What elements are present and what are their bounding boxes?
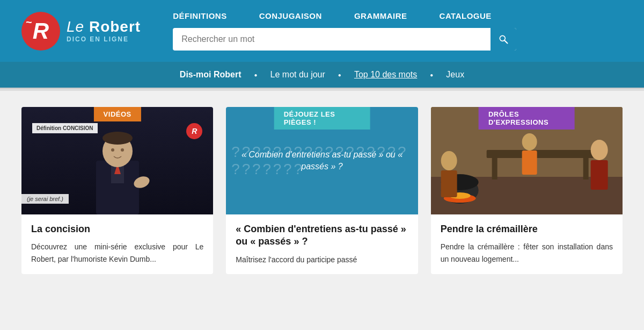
svg-point-7 bbox=[111, 148, 114, 152]
card-videos-title: La concision bbox=[31, 223, 203, 235]
subnav-dis-moi-robert[interactable]: Dis-moi Robert bbox=[169, 70, 252, 80]
subnav-dot-3: ● bbox=[430, 72, 433, 78]
logo-r-letter: R bbox=[33, 20, 49, 42]
svg-rect-25 bbox=[590, 160, 608, 190]
nav-links: DÉFINITIONS CONJUGAISON GRAMMAIRE CATALO… bbox=[173, 11, 623, 51]
svg-point-22 bbox=[522, 133, 537, 150]
nav-conjugaison[interactable]: CONJUGAISON bbox=[259, 11, 322, 20]
svg-rect-15 bbox=[583, 158, 588, 180]
logo-subtitle: DICO EN LIGNE bbox=[67, 35, 141, 43]
card-videos-badge: VIDÉOS bbox=[94, 107, 141, 121]
card-pieges[interactable]: DÉJOUEZ LES PIÈGES ! ? ? ? ? ? ? ? ? ? ?… bbox=[226, 107, 418, 274]
svg-rect-13 bbox=[486, 150, 594, 158]
video-subtitle: (je serai bref.) bbox=[21, 194, 69, 204]
logo-circle: R bbox=[21, 12, 60, 51]
subnav-mot-du-jour[interactable]: Le mot du jour bbox=[260, 70, 336, 80]
person-figure bbox=[64, 112, 171, 214]
svg-rect-14 bbox=[492, 158, 497, 180]
search-bar bbox=[173, 28, 516, 51]
card-pieges-badge: DÉJOUEZ LES PIÈGES ! bbox=[274, 107, 370, 130]
logo-le: Le bbox=[67, 18, 84, 35]
card-expressions-desc: Pendre la crémaillère : fêter son instal… bbox=[441, 241, 613, 265]
nav-grammaire[interactable]: GRAMMAIRE bbox=[354, 11, 407, 20]
subnav-jeux[interactable]: Jeux bbox=[435, 70, 475, 80]
video-thumbnail: Définition CONCISION R bbox=[21, 107, 213, 214]
question-center-text: « Combien d'entretiens as-tu passé » ou … bbox=[226, 138, 418, 184]
svg-point-20 bbox=[441, 151, 457, 170]
card-pieges-desc: Maîtrisez l'accord du participe passé bbox=[236, 254, 408, 266]
nav-definitions[interactable]: DÉFINITIONS bbox=[173, 11, 227, 20]
card-expressions[interactable]: DRÔLES D'EXPRESSIONS bbox=[431, 107, 623, 274]
card-expressions-body: Pendre la crémaillère Pendre la crémaill… bbox=[431, 214, 623, 274]
subnav-dot-1: ● bbox=[254, 72, 258, 78]
logo-robert: Robert bbox=[89, 18, 141, 35]
card-pieges-body: « Combien d'entretiens as-tu passé » ou … bbox=[226, 214, 418, 274]
svg-point-6 bbox=[103, 132, 133, 145]
svg-rect-21 bbox=[441, 170, 457, 197]
card-pieges-image: DÉJOUEZ LES PIÈGES ! ? ? ? ? ? ? ? ? ? ?… bbox=[226, 107, 418, 214]
search-icon bbox=[498, 34, 509, 45]
subnav-dot-2: ● bbox=[338, 72, 341, 78]
svg-line-1 bbox=[504, 40, 508, 44]
logo-area[interactable]: R Le Robert DICO EN LIGNE bbox=[21, 12, 141, 51]
card-expressions-image: DRÔLES D'EXPRESSIONS bbox=[431, 107, 623, 214]
logo-name: Le Robert bbox=[67, 19, 141, 35]
subnav-top10[interactable]: Top 10 des mots bbox=[343, 70, 428, 80]
search-input[interactable] bbox=[173, 34, 491, 44]
sub-nav: Dis-moi Robert ● Le mot du jour ● Top 10… bbox=[0, 62, 644, 88]
card-videos-image: VIDÉOS Définition CONCISION R bbox=[21, 107, 213, 214]
svg-point-24 bbox=[590, 140, 608, 160]
card-videos-desc: Découvrez une mini-série exclusive pour … bbox=[31, 241, 203, 265]
card-expressions-badge: DRÔLES D'EXPRESSIONS bbox=[479, 107, 575, 130]
cards-row: VIDÉOS Définition CONCISION R bbox=[21, 107, 623, 274]
nav-top: DÉFINITIONS CONJUGAISON GRAMMAIRE CATALO… bbox=[173, 11, 492, 20]
search-button[interactable] bbox=[491, 28, 516, 51]
main-content: VIDÉOS Définition CONCISION R bbox=[0, 91, 644, 290]
nav-catalogue[interactable]: CATALOGUE bbox=[440, 11, 492, 20]
card-videos-body: La concision Découvrez une mini-série ex… bbox=[21, 214, 213, 274]
svg-rect-23 bbox=[522, 150, 537, 175]
card-pieges-title: « Combien d'entretiens as-tu passé » ou … bbox=[236, 223, 408, 248]
svg-point-8 bbox=[121, 148, 124, 152]
card-videos[interactable]: VIDÉOS Définition CONCISION R bbox=[21, 107, 213, 274]
logo-text: Le Robert DICO EN LIGNE bbox=[67, 19, 141, 43]
header: R Le Robert DICO EN LIGNE DÉFINITIONS CO… bbox=[0, 0, 644, 62]
card-expressions-title: Pendre la crémaillère bbox=[441, 223, 613, 235]
